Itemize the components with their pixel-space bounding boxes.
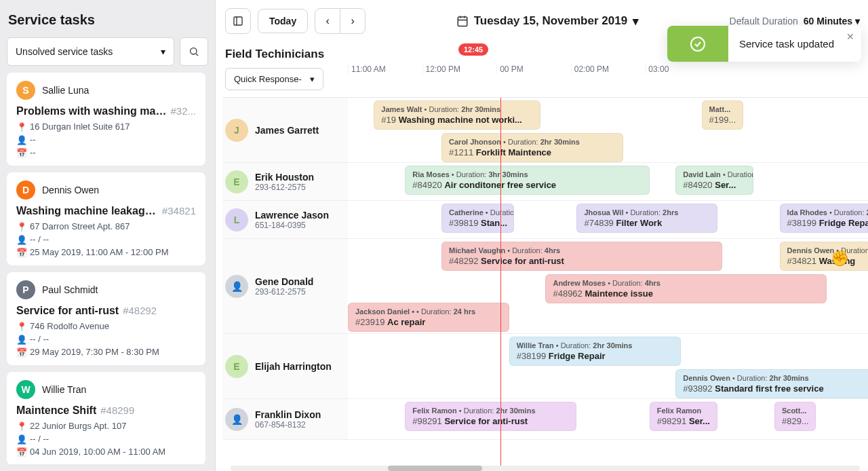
person-icon: 👤 [16, 434, 26, 444]
avatar: W [16, 380, 35, 399]
task-card[interactable]: W Willie Tran Maintence Shift #48299 📍22… [7, 372, 205, 464]
team-select-value: Quick Response- [234, 74, 302, 84]
task-title: Problems with washing machine [16, 105, 166, 117]
task-title: Service for anti-rust [16, 305, 119, 317]
task-address: 67 Darron Street Apt. 867 [30, 221, 130, 231]
technician-lane[interactable]: Catherine • Duration: ... #39819 Stan...… [348, 201, 868, 238]
scrollbar-thumb[interactable] [388, 466, 482, 471]
scheduled-task[interactable]: Dennis Owen • Duration: 2 #34821 Washing [780, 242, 868, 271]
task-id: #48292 [123, 305, 157, 316]
technician-row: E Erik Houston 293-612-2575 Ria Moses • … [222, 163, 868, 201]
scheduled-task[interactable]: Matt... #199... [702, 100, 743, 130]
technician-lane[interactable]: Willie Tran • Duration: 2hr 30mins #3819… [348, 334, 868, 398]
location-icon: 📍 [16, 122, 26, 132]
task-card[interactable]: D Dennis Owen Washing machine leakage in… [7, 172, 205, 265]
search-button[interactable] [180, 37, 208, 66]
scheduled-task[interactable]: Carol Jhonson • Duration: 2hr 30mins #12… [441, 133, 623, 162]
scheduled-task[interactable]: Jhosua Wil • Duration: 2hrs #74839 Filte… [576, 204, 717, 233]
scheduled-task[interactable]: Willie Tran • Duration: 2hr 30mins #3819… [509, 337, 681, 366]
main-panel: Today ‹ › Tuesday 15, November 2019 ▾ De… [216, 0, 868, 471]
person-icon: 👤 [16, 335, 26, 344]
filter-select[interactable]: Unsolved service tasks ▾ [7, 37, 174, 66]
task-customer: Sallie Luna [42, 85, 89, 96]
duration-select[interactable]: 60 Minutes ▾ [804, 16, 860, 26]
search-icon [189, 46, 199, 57]
technician-lane[interactable]: Felix Ramon • Duration: 2hr 30mins #9829… [348, 399, 868, 439]
technician-row: 👤 Franklin Dixon 067-854-8132 Felix Ramo… [222, 399, 868, 440]
scheduled-task[interactable]: David Lain • Duration: ... #84920 Ser... [675, 166, 753, 195]
task-id: #34821 [162, 205, 196, 216]
calendar-icon: 📅 [16, 248, 26, 257]
avatar: E [225, 170, 248, 193]
schedule-body: J James Garrett James Walt • Duration: 2… [222, 98, 868, 466]
calendar-icon: 📅 [16, 447, 26, 457]
scheduled-task[interactable]: Ria Moses • Duration: 3hr 30mins #84920 … [405, 166, 649, 195]
svg-rect-4 [458, 17, 467, 26]
time-cell: 00 PM [496, 64, 571, 74]
task-card[interactable]: P Paul Schmidt Service for anti-rust #48… [7, 272, 205, 365]
calendar-icon: 📅 [16, 347, 26, 357]
chevron-down-icon: ▾ [633, 14, 639, 29]
scheduled-task[interactable]: Catherine • Duration: ... #39819 Stan... [441, 204, 514, 233]
technician-cell: L Lawrence Jason 651-184-0395 [222, 201, 348, 238]
technician-cell: E Elijah Harrington [222, 334, 348, 398]
task-customer: Paul Schmidt [42, 284, 98, 295]
toast-success-icon [667, 26, 728, 62]
horizontal-scrollbar[interactable] [231, 466, 860, 471]
next-day-button[interactable]: › [340, 8, 366, 34]
technician-row: J James Garrett James Walt • Duration: 2… [222, 98, 868, 163]
scheduled-task[interactable]: Scott... #829... [774, 402, 816, 431]
technician-lane[interactable]: Michael Vaughn • Duration: 4hrs #48292 S… [348, 239, 868, 333]
duration-label: Default Duration [730, 16, 798, 26]
scheduled-task[interactable]: James Walt • Duration: 2hr 30mins #19 Wa… [374, 100, 540, 130]
time-cell: 02:00 PM [571, 64, 646, 74]
task-address: 746 Rodolfo Avenue [30, 321, 109, 331]
today-button[interactable]: Today [258, 9, 308, 33]
technician-lane[interactable]: Ria Moses • Duration: 3hr 30mins #84920 … [348, 163, 868, 200]
technician-row: L Lawrence Jason 651-184-0395 Catherine … [222, 201, 868, 239]
team-select[interactable]: Quick Response- ▾ [225, 68, 323, 90]
calendar-icon: 📅 [16, 148, 26, 157]
scheduled-task[interactable]: Michael Vaughn • Duration: 4hrs #48292 S… [441, 242, 722, 271]
avatar: S [16, 81, 35, 100]
scheduled-task[interactable]: Ida Rhodes • Duration: 2h #38199 Fridge … [780, 204, 868, 233]
now-line [500, 98, 501, 466]
calendar-icon [456, 15, 469, 27]
svg-point-0 [191, 48, 197, 54]
person-icon: 👤 [16, 135, 26, 145]
technician-name: Lawrence Jason [255, 210, 329, 221]
toggle-sidebar-button[interactable] [225, 8, 251, 34]
technician-name: Gene Donald [255, 276, 313, 287]
chevron-down-icon: ▾ [855, 16, 860, 26]
task-card[interactable]: S Sallie Luna Problems with washing mach… [7, 73, 205, 166]
toast-close-button[interactable]: ✕ [846, 31, 854, 42]
person-icon: 👤 [16, 235, 26, 244]
scheduled-task[interactable]: Felix Ramon #98291 Ser... [650, 402, 717, 431]
technician-name: Elijah Harrington [255, 361, 332, 372]
task-date: 29 May 2019, 7:30 PM - 8:30 PM [30, 347, 159, 357]
panel-icon [233, 16, 243, 26]
task-people: -- / -- [30, 434, 49, 444]
time-cell: 11:00 AM [348, 64, 422, 74]
location-icon: 📍 [16, 222, 26, 231]
scheduled-task[interactable]: Andrew Moses • Duration: 4hrs #48962 Mai… [545, 274, 826, 303]
task-date: 04 Jun 2019, 10:00 AM - 11:00 AM [30, 447, 165, 457]
task-people: -- / -- [30, 234, 49, 244]
task-date: -- [30, 147, 36, 157]
svg-rect-2 [234, 17, 242, 25]
technician-lane[interactable]: James Walt • Duration: 2hr 30mins #19 Wa… [348, 98, 868, 162]
cursor-icon: ✊ [831, 250, 849, 267]
scheduled-task[interactable]: Felix Ramon • Duration: 2hr 30mins #9829… [405, 402, 576, 431]
scheduled-task[interactable]: Jackson Daniel • • Duration: 24 hrs #239… [348, 303, 509, 332]
task-title: Washing machine leakage in [16, 205, 158, 217]
avatar: L [225, 208, 248, 231]
chevron-down-icon: ▾ [310, 74, 315, 84]
location-icon: 📍 [16, 421, 26, 431]
task-people: -- [30, 134, 36, 145]
technician-name: James Garrett [255, 125, 319, 136]
scheduled-task[interactable]: Dennis Owen • Duration: 2hr 30mins #9389… [675, 369, 868, 398]
task-customer: Dennis Owen [42, 185, 99, 195]
prev-day-button[interactable]: ‹ [315, 8, 340, 34]
filter-select-value: Unsolved service tasks [16, 46, 113, 57]
task-address: 22 Junior Burgs Apt. 107 [30, 421, 126, 431]
